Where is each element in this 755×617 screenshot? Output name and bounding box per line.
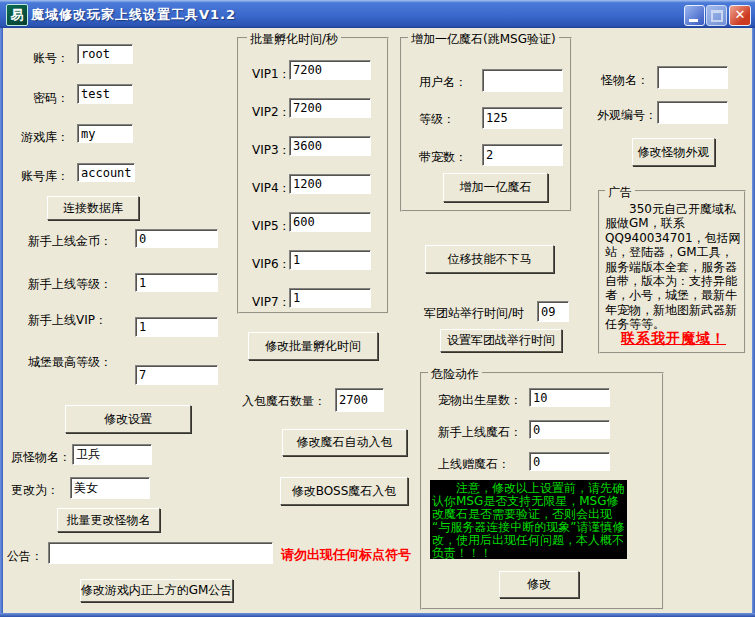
ad-groupbox: 广告 350元自己开魔域私服做GM，联系QQ940034701，包括网站，登陆器…	[598, 190, 746, 354]
newbie-stone-input[interactable]	[529, 420, 610, 439]
username-label: 用户名：	[419, 74, 467, 91]
newbie-gold-input[interactable]	[135, 229, 218, 248]
vip2-label: VIP2：	[252, 104, 291, 121]
app-icon: 易	[6, 4, 28, 26]
pet-star-input[interactable]	[529, 388, 610, 407]
vip6-label: VIP6：	[252, 256, 291, 273]
accountdb-label: 账号库：	[21, 168, 69, 185]
vip2-input[interactable]	[289, 98, 371, 118]
skill-no-dismount-button[interactable]: 位移技能不下马	[425, 245, 554, 273]
ad-text: 350元自己开魔域私服做GM，联系QQ940034701，包括网站，登陆器，GM…	[605, 202, 742, 332]
accountdb-input[interactable]	[77, 163, 135, 182]
vip3-input[interactable]	[289, 136, 371, 156]
password-input[interactable]	[77, 84, 133, 104]
newbie-gold-label: 新手上线金币：	[28, 233, 112, 250]
old-monster-label: 原怪物名：	[11, 449, 71, 466]
title-bar: 易 魔域修改玩家上线设置工具V1.2 ✕	[0, 0, 755, 28]
vip5-label: VIP5：	[252, 218, 291, 235]
modify-hatch-button[interactable]: 修改批量孵化时间	[248, 332, 378, 360]
vip7-label: VIP7：	[252, 294, 291, 311]
danger-groupbox: 危险动作 宠物出生星数： 新手上线魔石： 上线赠魔石： 注意，修改以上设置前，请…	[420, 372, 664, 610]
window-border-bottom	[0, 613, 755, 617]
close-icon[interactable]: ✕	[729, 5, 751, 26]
castle-max-input[interactable]	[135, 365, 218, 385]
vip7-input[interactable]	[289, 288, 371, 308]
ad-group-title: 广告	[605, 184, 635, 201]
pet-count-input[interactable]	[482, 144, 563, 166]
hatch-group-title: 批量孵化时间/秒	[247, 31, 341, 48]
modify-settings-button[interactable]: 修改设置	[65, 405, 191, 433]
hatch-groupbox: 批量孵化时间/秒 VIP1： VIP2： VIP3： VIP4： VIP5： V…	[237, 37, 389, 314]
vip1-input[interactable]	[289, 60, 371, 80]
newbie-vip-input[interactable]	[135, 317, 218, 337]
announce-warning: 请勿出现任何标点符号	[281, 546, 411, 564]
username-input[interactable]	[482, 69, 563, 92]
danger-group-title: 危险动作	[428, 366, 482, 383]
account-label: 账号：	[33, 50, 69, 67]
ad-contact-link[interactable]: 联系我开魔域！	[621, 330, 726, 348]
stone-count-label: 入包魔石数量：	[242, 393, 326, 410]
add-stone-button[interactable]: 增加一亿魔石	[443, 173, 548, 202]
online-stone-input[interactable]	[529, 452, 610, 471]
announce-input[interactable]	[48, 542, 273, 564]
app-window: 易 魔域修改玩家上线设置工具V1.2 ✕ 账号： 密码： 游戏库： 账号库： 连…	[0, 0, 755, 617]
danger-modify-button[interactable]: 修改	[499, 571, 579, 598]
gamedb-label: 游戏库：	[21, 129, 69, 146]
monster-name-label: 怪物名：	[601, 72, 649, 89]
window-title: 魔域修改玩家上线设置工具V1.2	[31, 6, 236, 24]
connect-db-button[interactable]: 连接数据库	[47, 196, 139, 220]
password-label: 密码：	[33, 90, 69, 107]
monster-name-input[interactable]	[657, 66, 728, 89]
old-monster-input[interactable]	[72, 444, 152, 465]
pet-star-label: 宠物出生星数：	[438, 392, 522, 409]
level-label: 等级：	[419, 111, 455, 128]
newbie-level-input[interactable]	[135, 273, 218, 292]
vip4-label: VIP4：	[252, 180, 291, 197]
vip5-input[interactable]	[289, 212, 371, 232]
newbie-vip-label: 新手上线VIP：	[28, 312, 107, 329]
auto-pack-button[interactable]: 修改魔石自动入包	[282, 429, 407, 456]
look-code-input[interactable]	[657, 101, 728, 124]
modify-gm-announce-button[interactable]: 修改游戏内正上方的GM公告	[80, 579, 233, 602]
modify-look-button[interactable]: 修改怪物外观	[632, 138, 715, 166]
look-code-label: 外观编号：	[597, 107, 657, 124]
newbie-stone-label: 新手上线魔石：	[438, 424, 522, 441]
online-stone-label: 上线赠魔石：	[438, 456, 510, 473]
announce-label: 公告：	[7, 548, 43, 565]
vip1-label: VIP1：	[252, 66, 291, 83]
account-input[interactable]	[77, 44, 133, 64]
newbie-level-label: 新手上线等级：	[28, 276, 112, 293]
add-stone-group-title: 增加一亿魔石(跳MSG验证)	[408, 31, 559, 48]
new-monster-label: 更改为：	[11, 482, 59, 499]
gamedb-input[interactable]	[77, 124, 133, 143]
legion-time-label: 军团站举行时间/时	[424, 305, 524, 322]
minimize-icon[interactable]	[684, 5, 705, 26]
pet-count-label: 带宠数：	[419, 149, 467, 166]
vip4-input[interactable]	[289, 174, 371, 194]
vip3-label: VIP3：	[252, 142, 291, 159]
stone-count-input[interactable]	[335, 388, 384, 412]
vip6-input[interactable]	[289, 250, 371, 270]
window-border-left	[0, 28, 3, 617]
castle-max-label: 城堡最高等级：	[28, 354, 112, 371]
legion-time-input[interactable]	[537, 301, 569, 322]
boss-pack-button[interactable]: 修改BOSS魔石入包	[280, 477, 408, 505]
set-legion-time-button[interactable]: 设置军团战举行时间	[440, 329, 562, 352]
add-stone-groupbox: 增加一亿魔石(跳MSG验证) 用户名： 等级： 带宠数： 增加一亿魔石	[400, 37, 572, 212]
new-monster-input[interactable]	[70, 477, 150, 499]
batch-rename-button[interactable]: 批量更改怪物名	[57, 508, 160, 532]
danger-warning-console: 注意，修改以上设置前，请先确认你MSG是否支持无限星，MSG修改魔石是否需要验证…	[430, 480, 627, 559]
level-input[interactable]	[482, 107, 563, 129]
maximize-icon[interactable]	[706, 5, 727, 26]
